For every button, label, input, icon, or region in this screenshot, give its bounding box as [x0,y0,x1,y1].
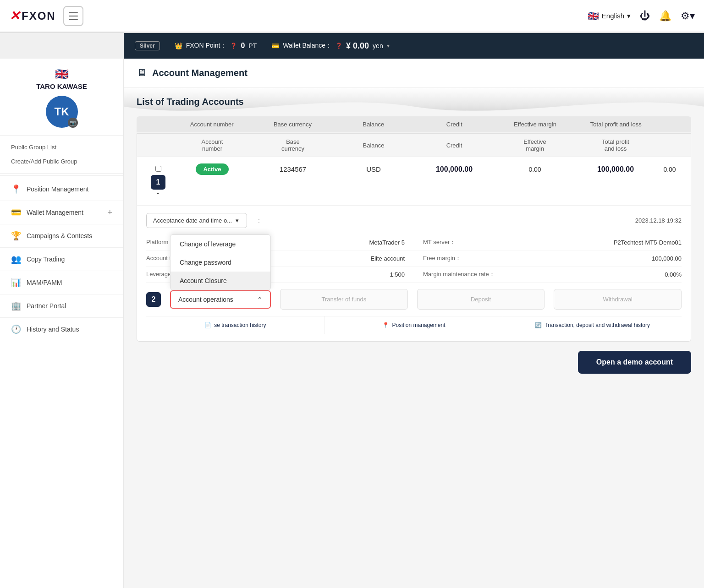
sidebar-item-position-management[interactable]: 📍 Position Management [0,178,123,201]
fxon-point-label: FXON Point： [186,42,227,50]
wallet-balance-label: Wallet Balance： [283,42,332,50]
sidebar-item-partner-portal[interactable]: 🏢 Partner Portal [0,294,123,318]
account-main-row: Active 1234567 USD 100,000.00 0.00 100,0… [137,157,691,206]
account-checkbox-input[interactable] [155,166,161,172]
sidebar: 🇬🇧 TARO KAWASE TK 📷 Public Group List Cr… [0,59,124,588]
account-status: Active [172,163,253,175]
power-button[interactable]: ⏻ [640,10,650,22]
sidebar-item-history-status[interactable]: 🕐 History and Status [0,318,123,341]
inner-header-account-number: Accountnumber [172,138,253,152]
sidebar-links: Public Group List Create/Add Public Grou… [0,136,123,174]
nav-left: ✕ FXON [9,6,588,26]
page-title: Account Management [152,68,248,78]
withdrawal-button[interactable]: Withdrawal [554,289,682,310]
account-bar: Silver 👑 FXON Point： ❓ 0 PT 💳 Wallet Bal… [124,33,704,59]
hamburger-button[interactable] [63,6,83,26]
deposit-withdrawal-icon: 🔄 [535,322,542,328]
sidebar-item-copy-trading[interactable]: 👥 Copy Trading [0,248,123,271]
history-status-icon: 🕐 [11,324,21,334]
fxon-point-help-icon[interactable]: ❓ [230,43,237,49]
fxon-point-unit: PT [248,42,257,49]
transaction-history-link[interactable]: 📄 se transaction history [146,316,325,334]
account-balance: 100,000.00 [414,165,495,174]
sidebar-link-public-group[interactable]: Public Group List [0,140,123,154]
avatar-camera-icon[interactable]: 📷 [68,118,78,128]
avatar: TK 📷 [46,96,78,128]
ops-menu-change-leverage[interactable]: Change of leverage [170,235,270,253]
sidebar-item-label: History and Status [27,326,79,333]
position-management-link-label: Position management [392,322,445,328]
deposit-withdrawal-label: Transaction, deposit and withdrawal hist… [544,322,650,328]
position-management-icon: 📍 [11,184,21,194]
silver-badge: Silver [135,41,160,50]
margin-maintenance-label: Margin maintenance rate： [423,270,495,278]
inner-header-effective-margin: Effectivemargin [495,138,575,152]
inner-header-number [656,138,683,152]
dropdown-label: Acceptance date and time o... [153,217,232,224]
deposit-withdrawal-history-link[interactable]: 🔄 Transaction, deposit and withdrawal hi… [503,316,682,334]
mt-server-label: MT server： [423,238,456,246]
expand-collapse[interactable]: 1 ⌃ [144,175,172,199]
header-expand [656,121,684,128]
inner-header-total-profit-loss: Total profitand loss [575,138,656,152]
wallet-balance-item: 💳 Wallet Balance： ❓ ¥ 0.00 yen ▾ [271,41,389,51]
logo-fxon-text: FXON [22,10,56,22]
position-management-link[interactable]: 📍 Position management [325,316,504,334]
transfer-funds-button[interactable]: Transfer of funds [280,289,408,310]
sidebar-item-campaigns[interactable]: 🏆 Campaigns & Contests [0,224,123,248]
sidebar-item-label: Copy Trading [27,256,65,263]
fxon-point-item: 👑 FXON Point： ❓ 0 PT [175,42,257,50]
wave-area: List of Trading Accounts [124,87,704,116]
wallet-chevron-icon[interactable]: ▾ [387,43,390,49]
header-base-currency: Base currency [252,121,333,128]
wallet-balance-unit: yen [373,42,383,49]
wallet-icon: 💳 [271,42,279,49]
page-header: 🖥 Account Management [124,59,704,87]
accounts-section: Account number Base currency Balance Cre… [124,116,704,369]
active-badge: Active [196,163,228,175]
main-content: 🖥 Account Management List of Trading Acc… [124,59,704,588]
account-management-icon: 🖥 [137,67,147,79]
ops-label: Account operations [178,296,233,303]
hamburger-line-1 [69,12,78,13]
ops-menu-change-password[interactable]: Change password [170,253,270,272]
open-demo-button[interactable]: Open a demo account [578,351,691,374]
sidebar-item-mam-pamm[interactable]: 📊 MAM/PAMM [0,271,123,294]
wallet-balance-value: ¥ 0.00 [346,41,369,51]
position-management-link-icon: 📍 [382,322,389,328]
settings-button[interactable]: ⚙▾ [681,10,695,22]
chevron-up-icon[interactable]: ⌃ [144,191,172,199]
sidebar-profile: 🇬🇧 TARO KAWASE TK 📷 [0,59,123,136]
sidebar-link-create-group[interactable]: Create/Add Public Group [0,154,123,169]
account-ops-button[interactable]: Account operations ⌃ [170,290,271,309]
fxon-point-value: 0 [241,42,245,50]
logo-x: ✕ [9,8,20,23]
acceptance-date-dropdown[interactable]: Acceptance date and time o... ▾ [146,213,247,228]
ops-menu-account-closure[interactable]: Account Closure [170,272,270,290]
row-number-badge: 1 [151,175,165,190]
dropdown-chevron-icon: ▾ [236,217,239,224]
account-base-currency: USD [333,165,414,173]
partner-portal-icon: 🏢 [11,301,21,311]
plus-icon[interactable]: + [107,208,112,218]
leverage-value: 1:500 [322,271,405,278]
account-ops-container: Change of leverage Change password Accou… [170,290,271,309]
inner-header-base-currency: Basecurrency [253,138,333,152]
logo: ✕ FXON [9,8,56,23]
layout: 🇬🇧 TARO KAWASE TK 📷 Public Group List Cr… [0,59,704,588]
inner-header-credit: Credit [414,138,495,152]
sidebar-item-label: Position Management [27,185,88,193]
wallet-help-icon[interactable]: ❓ [336,43,342,49]
header-account-number: Account number [171,121,252,128]
sidebar-item-wallet-management[interactable]: 💳 Wallet Management + [0,201,123,224]
account-total-profit-loss: 0.00 [656,166,683,173]
account-credit: 0.00 [495,166,575,173]
header-balance: Balance [333,121,414,128]
deposit-button[interactable]: Deposit [417,289,545,310]
header-total-profit-loss: Total profit and loss [576,121,656,128]
sidebar-item-label: Campaigns & Contests [27,232,92,240]
account-checkbox[interactable] [144,166,172,173]
language-selector[interactable]: 🇬🇧 English ▾ [588,11,631,22]
bell-button[interactable]: 🔔 [659,10,671,22]
account-card: Accountnumber Basecurrency Balance Credi… [137,133,691,342]
